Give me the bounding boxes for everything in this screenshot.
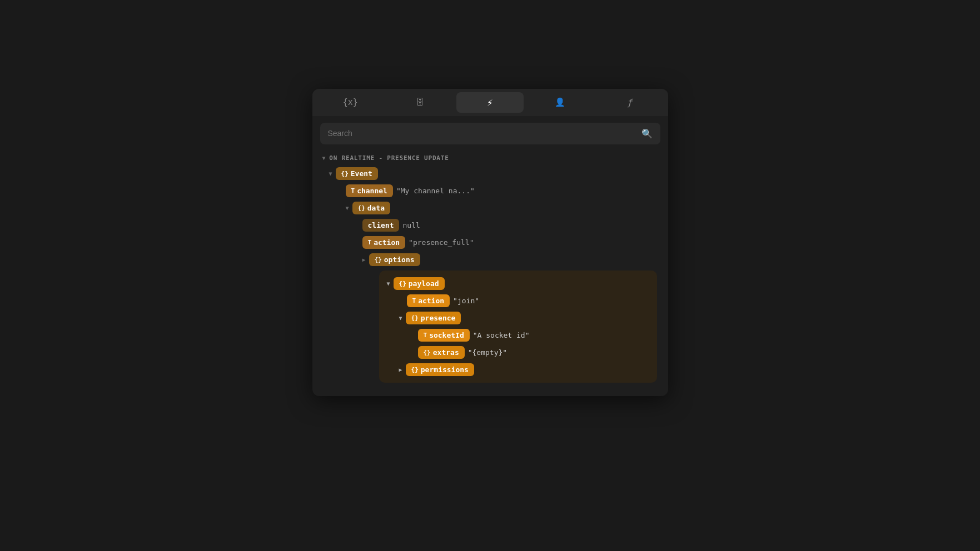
channel-node[interactable]: T channel "My channel na..." [318, 182, 663, 199]
database-icon: 🗄 [416, 97, 424, 107]
permissions-badge[interactable]: {} permissions [406, 363, 474, 376]
payload-group: ▼ {} payload T action "join" ▼ [379, 271, 657, 383]
tab-function[interactable]: ƒ [596, 92, 664, 113]
client-value: null [402, 221, 420, 229]
extras-value: "{empty}" [468, 348, 507, 357]
options-node[interactable]: ▶ {} options [318, 251, 663, 268]
presence-bracket-icon: {} [411, 314, 419, 322]
extras-label: extras [433, 348, 459, 357]
channel-label: channel [357, 187, 387, 195]
search-icon: 🔍 [641, 128, 653, 139]
socketid-label: socketId [429, 331, 464, 339]
options-badge[interactable]: {} options [369, 253, 420, 266]
options-chevron[interactable]: ▶ [362, 257, 366, 263]
client-label: client [368, 221, 394, 229]
tab-user[interactable]: 👤 [526, 92, 594, 113]
payload-action-value: "join" [453, 297, 479, 305]
socketid-node[interactable]: T socketId "A socket id" [379, 327, 657, 344]
payload-action-node[interactable]: T action "join" [379, 292, 657, 309]
socketid-badge[interactable]: T socketId [418, 329, 470, 342]
event-node[interactable]: ▼ {} Event [318, 165, 663, 182]
section-header: ▼ ON REALTIME - PRESENCE UPDATE [318, 151, 663, 165]
socketid-type-icon: T [424, 332, 427, 339]
event-badge[interactable]: {} Event [336, 167, 378, 180]
data-chevron[interactable]: ▼ [346, 205, 349, 211]
payload-chevron[interactable]: ▼ [387, 280, 390, 287]
action-node[interactable]: T action "presence_full" [318, 234, 663, 251]
event-bracket-icon: {} [341, 170, 349, 177]
permissions-chevron[interactable]: ▶ [399, 367, 402, 373]
search-bar[interactable]: 🔍 [320, 123, 660, 144]
data-label: data [367, 204, 385, 212]
tab-database[interactable]: 🗄 [386, 92, 454, 113]
client-badge[interactable]: client [362, 219, 400, 232]
function-icon: ƒ [627, 97, 633, 108]
data-badge[interactable]: {} data [352, 202, 391, 214]
extras-badge[interactable]: {} extras [418, 346, 465, 359]
variables-icon: {x} [343, 97, 358, 107]
events-icon: ⚡ [487, 97, 493, 108]
permissions-bracket-icon: {} [411, 366, 419, 373]
channel-value: "My channel na..." [396, 187, 475, 195]
payload-badge[interactable]: {} payload [394, 277, 445, 290]
action-label: action [374, 238, 400, 247]
user-icon: 👤 [555, 97, 565, 107]
action-type-icon: T [368, 239, 372, 246]
payload-action-badge[interactable]: T action [407, 294, 450, 307]
payload-action-label: action [418, 297, 444, 305]
options-label: options [384, 256, 415, 264]
payload-action-type-icon: T [412, 297, 416, 304]
main-panel: {x} 🗄 ⚡ 👤 ƒ 🔍 ▼ ON REALTIME - PRESENCE U… [312, 89, 668, 396]
socketid-value: "A socket id" [473, 331, 530, 339]
payload-node[interactable]: ▼ {} payload [379, 275, 657, 292]
channel-type-icon: T [351, 187, 355, 194]
event-label: Event [351, 169, 372, 178]
tab-events[interactable]: ⚡ [456, 92, 524, 113]
payload-label: payload [409, 279, 439, 288]
client-node[interactable]: client null [318, 217, 663, 234]
channel-badge[interactable]: T channel [346, 184, 393, 197]
presence-label: presence [421, 314, 456, 322]
data-bracket-icon: {} [358, 204, 365, 212]
extras-node[interactable]: {} extras "{empty}" [379, 344, 657, 361]
data-node[interactable]: ▼ {} data [318, 199, 663, 217]
event-chevron[interactable]: ▼ [329, 171, 332, 177]
tab-variables[interactable]: {x} [317, 92, 385, 113]
options-bracket-icon: {} [375, 256, 382, 263]
extras-bracket-icon: {} [424, 349, 431, 356]
permissions-node[interactable]: ▶ {} permissions [379, 361, 657, 378]
action-badge[interactable]: T action [362, 236, 406, 249]
action-value: "presence_full" [409, 238, 474, 247]
tab-bar: {x} 🗄 ⚡ 👤 ƒ [312, 89, 668, 116]
permissions-label: permissions [421, 365, 469, 374]
section-label: ON REALTIME - PRESENCE UPDATE [329, 154, 449, 162]
payload-bracket-icon: {} [399, 280, 406, 287]
section-chevron[interactable]: ▼ [322, 155, 326, 161]
presence-node[interactable]: ▼ {} presence [379, 309, 657, 327]
presence-badge[interactable]: {} presence [406, 312, 461, 324]
search-input[interactable] [328, 129, 637, 138]
tree: ▼ ON REALTIME - PRESENCE UPDATE ▼ {} Eve… [312, 151, 668, 396]
presence-chevron[interactable]: ▼ [399, 315, 402, 321]
